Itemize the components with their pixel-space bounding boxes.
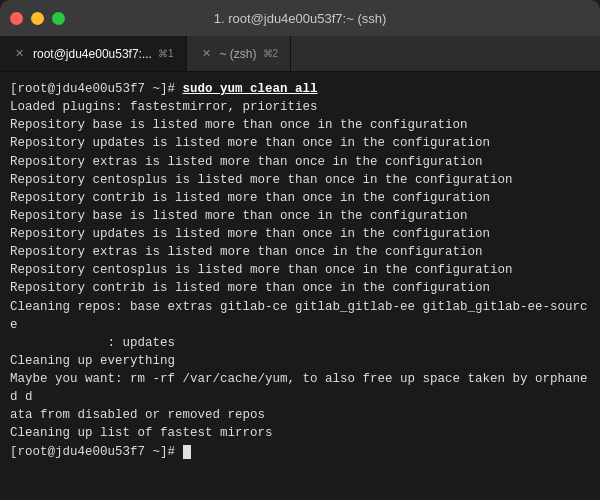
terminal-window: 1. root@jdu4e00u53f7:~ (ssh) ✕ root@jdu4… [0, 0, 600, 500]
terminal-line: Repository updates is listed more than o… [10, 134, 590, 152]
terminal-line: Maybe you want: rm -rf /var/cache/yum, t… [10, 370, 590, 406]
traffic-lights [10, 12, 65, 25]
terminal-line: Repository base is listed more than once… [10, 116, 590, 134]
tab-2-label: ~ (zsh) [220, 47, 257, 61]
terminal-line: [root@jdu4e00u53f7 ~]# [10, 443, 590, 461]
tab-2[interactable]: ✕ ~ (zsh) ⌘2 [187, 36, 292, 71]
tab-bar: ✕ root@jdu4e00u53f7:... ⌘1 ✕ ~ (zsh) ⌘2 [0, 36, 600, 72]
terminal-line: Repository contrib is listed more than o… [10, 189, 590, 207]
terminal-line: Repository updates is listed more than o… [10, 225, 590, 243]
tab-2-shortcut: ⌘2 [263, 48, 279, 59]
terminal-line: Cleaning up list of fastest mirrors [10, 424, 590, 442]
title-bar: 1. root@jdu4e00u53f7:~ (ssh) [0, 0, 600, 36]
close-button[interactable] [10, 12, 23, 25]
terminal-line: Repository contrib is listed more than o… [10, 279, 590, 297]
command-text: sudo yum clean all [183, 82, 318, 96]
terminal-line: Repository extras is listed more than on… [10, 243, 590, 261]
terminal-line: Loaded plugins: fastestmirror, prioritie… [10, 98, 590, 116]
terminal-line: Cleaning up everything [10, 352, 590, 370]
terminal-line: ata from disabled or removed repos [10, 406, 590, 424]
tab-1-close-icon[interactable]: ✕ [12, 46, 27, 61]
tab-1[interactable]: ✕ root@jdu4e00u53f7:... ⌘1 [0, 36, 187, 71]
tab-2-close-icon[interactable]: ✕ [199, 46, 214, 61]
tab-1-shortcut: ⌘1 [158, 48, 174, 59]
prompt-text: [root@jdu4e00u53f7 ~]# [10, 82, 183, 96]
tab-1-label: root@jdu4e00u53f7:... [33, 47, 152, 61]
terminal-line: Repository base is listed more than once… [10, 207, 590, 225]
maximize-button[interactable] [52, 12, 65, 25]
terminal-line: : updates [10, 334, 590, 352]
terminal-line: Repository centosplus is listed more tha… [10, 261, 590, 279]
terminal-line: Repository centosplus is listed more tha… [10, 171, 590, 189]
terminal-content[interactable]: [root@jdu4e00u53f7 ~]# sudo yum clean al… [0, 72, 600, 500]
window-title: 1. root@jdu4e00u53f7:~ (ssh) [214, 11, 387, 26]
terminal-line: Repository extras is listed more than on… [10, 153, 590, 171]
terminal-line: Cleaning repos: base extras gitlab-ce gi… [10, 298, 590, 334]
final-prompt: [root@jdu4e00u53f7 ~]# [10, 445, 183, 459]
terminal-cursor [183, 445, 191, 459]
terminal-line: [root@jdu4e00u53f7 ~]# sudo yum clean al… [10, 80, 590, 98]
minimize-button[interactable] [31, 12, 44, 25]
